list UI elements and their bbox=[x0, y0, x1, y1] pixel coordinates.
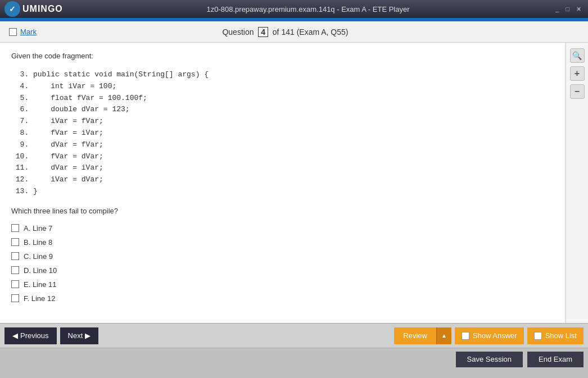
show-answer-checkbox bbox=[462, 332, 469, 340]
logo: ✓ UMINGO bbox=[4, 1, 63, 17]
option-checkbox-f[interactable] bbox=[11, 294, 19, 302]
option-label-b: B. Line 8 bbox=[24, 238, 52, 247]
title-bar: ✓ UMINGO 1z0-808.prepaway.premium.exam.1… bbox=[0, 0, 588, 18]
previous-button[interactable]: ◀ Previous bbox=[4, 327, 57, 344]
option-checkbox-b[interactable] bbox=[11, 238, 19, 246]
save-session-button[interactable]: Save Session bbox=[456, 352, 523, 367]
question-area: Given the code fragment: 3. public stati… bbox=[0, 43, 566, 323]
option-row-a: A. Line 7 bbox=[11, 224, 554, 233]
zoom-out-button[interactable]: − bbox=[570, 84, 585, 99]
close-button[interactable]: ✕ bbox=[574, 6, 584, 13]
review-dropdown-arrow[interactable]: ▲ bbox=[436, 327, 451, 344]
prev-arrow-icon: ◀ bbox=[12, 331, 18, 340]
option-row-c: C. Line 9 bbox=[11, 252, 554, 261]
question-prompt: Which three lines fail to compile? bbox=[11, 207, 554, 215]
next-label: Next bbox=[68, 331, 83, 340]
option-row-e: E. Line 11 bbox=[11, 280, 554, 289]
review-button[interactable]: Review ▲ bbox=[394, 327, 451, 344]
zoom-in-icon: + bbox=[575, 69, 580, 79]
right-panel: 🔍 + − bbox=[566, 43, 588, 323]
show-answer-button[interactable]: Show Answer bbox=[455, 327, 524, 344]
show-list-label: Show List bbox=[545, 331, 577, 340]
search-button[interactable]: 🔍 bbox=[570, 48, 585, 63]
mark-checkbox[interactable] bbox=[9, 28, 17, 36]
minimize-button[interactable]: _ bbox=[553, 6, 561, 12]
mark-label[interactable]: Mark bbox=[20, 28, 37, 36]
maximize-button[interactable]: □ bbox=[563, 6, 572, 12]
option-label-e: E. Line 11 bbox=[24, 280, 57, 289]
main-content: Given the code fragment: 3. public stati… bbox=[0, 43, 588, 323]
option-row-f: F. Line 12 bbox=[11, 294, 554, 303]
show-list-checkbox bbox=[534, 332, 542, 340]
save-session-label: Save Session bbox=[467, 355, 512, 363]
search-icon: 🔍 bbox=[572, 51, 582, 60]
question-label: Question bbox=[222, 28, 254, 37]
logo-checkmark: ✓ bbox=[9, 4, 16, 13]
option-label-f: F. Line 12 bbox=[24, 294, 55, 303]
show-list-button[interactable]: Show List bbox=[527, 327, 584, 344]
review-label: Review bbox=[403, 331, 427, 340]
end-exam-label: End Exam bbox=[539, 355, 572, 363]
window-controls: _ □ ✕ bbox=[553, 6, 584, 13]
zoom-out-icon: − bbox=[575, 86, 580, 97]
window-title: 1z0-808.prepaway.premium.exam.141q - Exa… bbox=[63, 5, 553, 13]
question-of: of 141 (Exam A, Q55) bbox=[273, 28, 349, 37]
option-checkbox-e[interactable] bbox=[11, 280, 19, 288]
option-row-b: B. Line 8 bbox=[11, 238, 554, 247]
end-exam-button[interactable]: End Exam bbox=[527, 352, 584, 367]
review-main: Review bbox=[394, 327, 436, 344]
next-arrow-icon: ▶ bbox=[85, 331, 91, 340]
title-bar-left: ✓ UMINGO bbox=[4, 1, 63, 17]
action-bar: Save Session End Exam bbox=[0, 348, 588, 370]
logo-text: UMINGO bbox=[22, 4, 63, 14]
previous-label: Previous bbox=[20, 331, 49, 340]
option-label-c: C. Line 9 bbox=[24, 252, 53, 261]
option-label-a: A. Line 7 bbox=[24, 224, 52, 233]
header-row: Mark Question 4 of 141 (Exam A, Q55) bbox=[0, 21, 588, 43]
option-checkbox-c[interactable] bbox=[11, 252, 19, 260]
option-row-d: D. Line 10 bbox=[11, 266, 554, 275]
logo-circle: ✓ bbox=[4, 1, 20, 17]
next-button[interactable]: Next ▶ bbox=[60, 327, 99, 344]
code-block: 3. public static void main(String[] args… bbox=[11, 69, 554, 198]
bottom-toolbar: ◀ Previous Next ▶ Review ▲ Show Answer S… bbox=[0, 323, 588, 348]
question-intro: Given the code fragment: bbox=[11, 52, 554, 60]
review-arrow-icon: ▲ bbox=[441, 333, 447, 339]
option-checkbox-d[interactable] bbox=[11, 266, 19, 274]
option-label-d: D. Line 10 bbox=[24, 266, 57, 275]
option-checkbox-a[interactable] bbox=[11, 224, 19, 232]
question-number: 4 bbox=[258, 27, 268, 37]
mark-container: Mark bbox=[9, 28, 37, 36]
show-answer-label: Show Answer bbox=[473, 331, 517, 340]
zoom-in-button[interactable]: + bbox=[570, 66, 585, 81]
question-info: Question 4 of 141 (Exam A, Q55) bbox=[222, 28, 348, 37]
